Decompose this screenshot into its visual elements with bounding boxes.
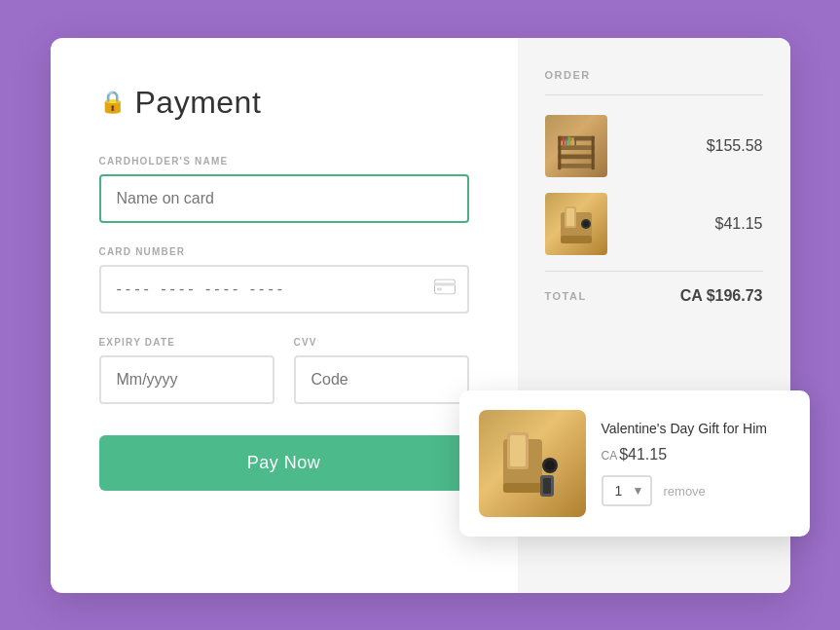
order-item-2: $41.15 [545, 193, 763, 255]
svg-rect-12 [571, 137, 573, 145]
svg-rect-5 [558, 154, 595, 159]
popup-thumbnail [479, 410, 586, 517]
cardholder-input[interactable] [99, 174, 469, 223]
svg-rect-9 [562, 137, 564, 145]
quantity-wrapper: 1 2 3 4 5 ▼ [602, 475, 652, 506]
order-section-label: ORDER [545, 69, 763, 81]
order-item-1-price: $155.58 [707, 137, 763, 155]
svg-rect-23 [503, 483, 542, 493]
expiry-field-group: EXPIRY DATE [99, 337, 274, 404]
popup-item-price: CA$41.15 [602, 446, 790, 463]
total-amount: CA $196.73 [680, 287, 763, 305]
row-fields: EXPIRY DATE CVV [99, 337, 469, 404]
svg-rect-16 [566, 208, 574, 226]
lock-icon: 🔒 [99, 90, 126, 115]
popup-content: Valentine's Day Gift for Him CA$41.15 1 … [602, 420, 790, 507]
order-item-1-thumbnail [545, 115, 607, 177]
card-number-input[interactable] [99, 265, 469, 314]
pay-now-button[interactable]: Pay Now [99, 435, 469, 491]
popup-price-amount: $41.15 [619, 446, 667, 463]
svg-rect-22 [510, 435, 526, 466]
page-title: Payment [135, 85, 262, 121]
remove-link[interactable]: remove [664, 484, 706, 499]
svg-rect-17 [561, 236, 592, 243]
main-card: 🔒 Payment CARDHOLDER'S NAME CARD NUMBER [51, 38, 790, 593]
popup-card: Valentine's Day Gift for Him CA$41.15 1 … [459, 390, 810, 537]
svg-rect-4 [558, 145, 595, 150]
cvv-field-group: CVV [294, 337, 469, 404]
quantity-select[interactable]: 1 2 3 4 5 [602, 475, 652, 506]
cardholder-label: CARDHOLDER'S NAME [99, 156, 469, 167]
cardholder-field-group: CARDHOLDER'S NAME [99, 156, 469, 223]
svg-rect-11 [567, 136, 570, 145]
svg-point-19 [583, 221, 589, 227]
cvv-label: CVV [294, 337, 469, 348]
order-item-2-price: $41.15 [715, 215, 763, 233]
order-total-row: TOTAL CA $196.73 [545, 271, 763, 305]
expiry-input[interactable] [99, 355, 274, 404]
svg-rect-13 [574, 138, 576, 145]
popup-currency: CA [602, 449, 618, 463]
svg-rect-8 [591, 135, 594, 168]
expiry-label: EXPIRY DATE [99, 337, 274, 348]
svg-rect-0 [434, 279, 455, 294]
svg-rect-7 [558, 135, 561, 168]
payment-panel: 🔒 Payment CARDHOLDER'S NAME CARD NUMBER [51, 38, 518, 593]
credit-card-icon [434, 278, 456, 299]
svg-rect-1 [434, 282, 456, 285]
card-number-label: CARD NUMBER [99, 246, 469, 257]
order-item-2-thumbnail [545, 193, 607, 255]
cvv-input[interactable] [294, 355, 469, 404]
card-number-field-group: CARD NUMBER [99, 246, 469, 314]
order-divider [545, 94, 763, 95]
svg-rect-2 [437, 287, 442, 290]
order-item-1: $155.58 [545, 115, 763, 177]
svg-point-25 [545, 461, 555, 470]
payment-title: 🔒 Payment [99, 85, 469, 121]
svg-rect-27 [543, 478, 551, 494]
popup-controls: 1 2 3 4 5 ▼ remove [602, 475, 790, 506]
svg-rect-10 [566, 138, 567, 145]
popup-item-title: Valentine's Day Gift for Him [602, 420, 790, 439]
svg-rect-6 [558, 163, 595, 167]
total-label: TOTAL [545, 290, 587, 302]
card-number-wrapper [99, 265, 469, 314]
